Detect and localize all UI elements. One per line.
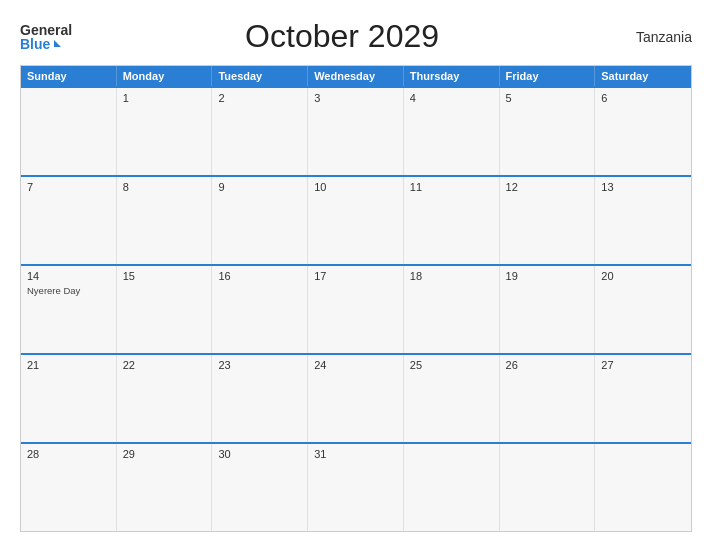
calendar-cell: 11	[404, 177, 500, 264]
weekday-header-friday: Friday	[500, 66, 596, 86]
country-label: Tanzania	[612, 29, 692, 45]
calendar-cell: 31	[308, 444, 404, 531]
calendar-cell: 23	[212, 355, 308, 442]
day-number: 26	[506, 359, 589, 371]
day-number: 5	[506, 92, 589, 104]
day-number: 13	[601, 181, 685, 193]
calendar-cell: 26	[500, 355, 596, 442]
day-number: 14	[27, 270, 110, 282]
weekday-header-thursday: Thursday	[404, 66, 500, 86]
calendar-title: October 2029	[72, 18, 612, 55]
calendar-week-5: 28293031	[21, 442, 691, 531]
logo-blue-text: Blue	[20, 37, 50, 51]
day-number: 28	[27, 448, 110, 460]
calendar-cell: 7	[21, 177, 117, 264]
calendar-cell: 5	[500, 88, 596, 175]
calendar-cell: 1	[117, 88, 213, 175]
day-number: 24	[314, 359, 397, 371]
day-number: 23	[218, 359, 301, 371]
weekday-header-monday: Monday	[117, 66, 213, 86]
day-number: 22	[123, 359, 206, 371]
calendar-cell	[500, 444, 596, 531]
day-number: 9	[218, 181, 301, 193]
calendar-cell: 4	[404, 88, 500, 175]
calendar-cell: 29	[117, 444, 213, 531]
page: General Blue October 2029 Tanzania Sunda…	[0, 0, 712, 550]
calendar-header: General Blue October 2029 Tanzania	[20, 18, 692, 55]
calendar-cell: 25	[404, 355, 500, 442]
day-number: 18	[410, 270, 493, 282]
calendar-cell: 2	[212, 88, 308, 175]
calendar-cell: 6	[595, 88, 691, 175]
calendar-cell	[595, 444, 691, 531]
day-number: 7	[27, 181, 110, 193]
day-number: 19	[506, 270, 589, 282]
day-number: 1	[123, 92, 206, 104]
calendar-cell: 28	[21, 444, 117, 531]
day-number: 17	[314, 270, 397, 282]
calendar-cell: 13	[595, 177, 691, 264]
calendar-week-2: 78910111213	[21, 175, 691, 264]
day-number: 2	[218, 92, 301, 104]
calendar-cell	[404, 444, 500, 531]
calendar-week-4: 21222324252627	[21, 353, 691, 442]
calendar-cell: 20	[595, 266, 691, 353]
day-number: 11	[410, 181, 493, 193]
logo-triangle-icon	[54, 40, 61, 47]
logo-general-text: General	[20, 23, 72, 37]
logo: General Blue	[20, 23, 72, 51]
calendar-cell: 12	[500, 177, 596, 264]
day-number: 8	[123, 181, 206, 193]
day-number: 27	[601, 359, 685, 371]
day-number: 30	[218, 448, 301, 460]
day-number: 29	[123, 448, 206, 460]
calendar-cell: 16	[212, 266, 308, 353]
calendar-cell: 21	[21, 355, 117, 442]
day-number: 10	[314, 181, 397, 193]
calendar-cell: 19	[500, 266, 596, 353]
calendar-header-row: SundayMondayTuesdayWednesdayThursdayFrid…	[21, 66, 691, 86]
day-number: 15	[123, 270, 206, 282]
calendar-cell	[21, 88, 117, 175]
weekday-header-sunday: Sunday	[21, 66, 117, 86]
day-number: 12	[506, 181, 589, 193]
calendar-cell: 14Nyerere Day	[21, 266, 117, 353]
day-number: 4	[410, 92, 493, 104]
calendar-cell: 10	[308, 177, 404, 264]
calendar-week-1: 123456	[21, 86, 691, 175]
calendar-cell: 15	[117, 266, 213, 353]
logo-blue-row: Blue	[20, 37, 61, 51]
calendar-cell: 30	[212, 444, 308, 531]
day-number: 16	[218, 270, 301, 282]
weekday-header-saturday: Saturday	[595, 66, 691, 86]
weekday-header-wednesday: Wednesday	[308, 66, 404, 86]
day-number: 31	[314, 448, 397, 460]
calendar-cell: 22	[117, 355, 213, 442]
day-number: 25	[410, 359, 493, 371]
calendar-cell: 17	[308, 266, 404, 353]
calendar-cell: 27	[595, 355, 691, 442]
day-event: Nyerere Day	[27, 285, 110, 296]
day-number: 6	[601, 92, 685, 104]
day-number: 21	[27, 359, 110, 371]
day-number: 20	[601, 270, 685, 282]
calendar-cell: 24	[308, 355, 404, 442]
weekday-header-tuesday: Tuesday	[212, 66, 308, 86]
calendar-cell: 8	[117, 177, 213, 264]
calendar-cell: 3	[308, 88, 404, 175]
day-number: 3	[314, 92, 397, 104]
calendar-body: 1234567891011121314Nyerere Day1516171819…	[21, 86, 691, 531]
calendar-cell: 18	[404, 266, 500, 353]
calendar-cell: 9	[212, 177, 308, 264]
calendar: SundayMondayTuesdayWednesdayThursdayFrid…	[20, 65, 692, 532]
calendar-week-3: 14Nyerere Day151617181920	[21, 264, 691, 353]
